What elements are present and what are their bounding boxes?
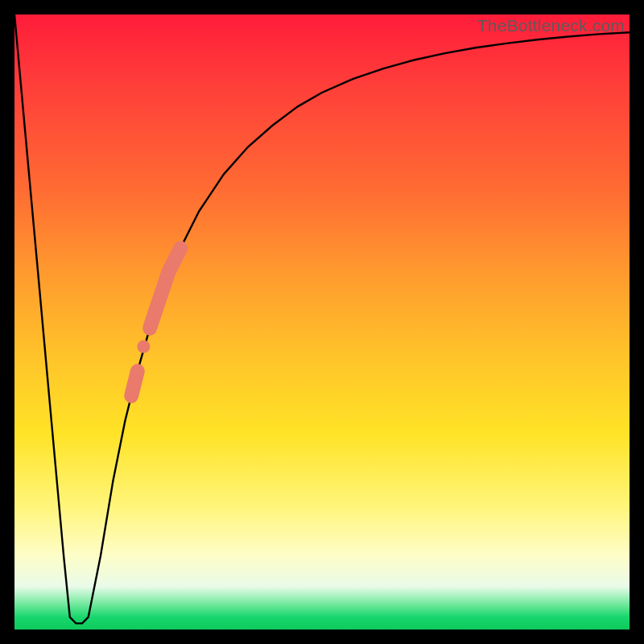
highlight-segment	[150, 248, 180, 328]
highlight-dots	[137, 303, 162, 353]
highlight-dot	[137, 341, 150, 353]
watermark-text: TheBottleneck.com	[477, 16, 625, 35]
bottleneck-curve	[14, 14, 630, 623]
highlight-dot	[150, 303, 163, 316]
chart-svg	[14, 14, 630, 630]
highlight-segment-lower	[131, 371, 138, 396]
highlight-dot	[144, 323, 155, 334]
chart-frame: TheBottleneck.com	[0, 0, 644, 644]
plot-area	[14, 14, 630, 630]
